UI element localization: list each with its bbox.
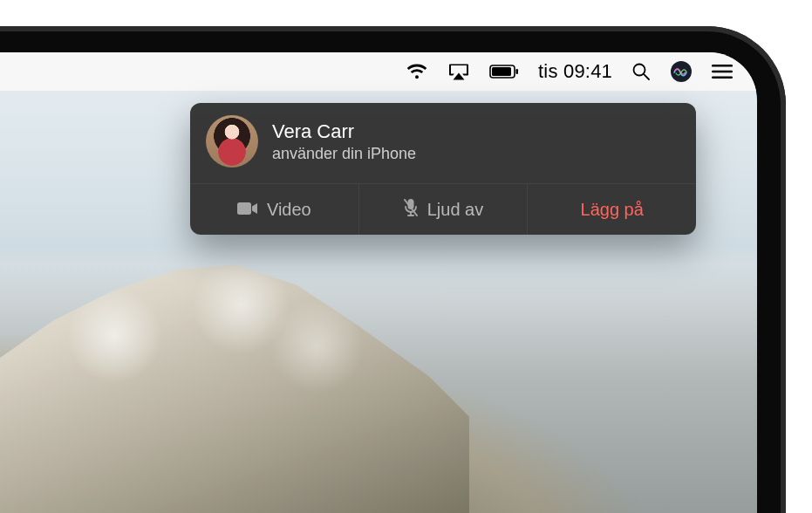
wallpaper-mountain (0, 260, 469, 513)
menu-bar-clock[interactable]: tis 09:41 (538, 52, 612, 91)
video-button[interactable]: Video (190, 184, 359, 235)
svg-rect-8 (712, 76, 733, 79)
video-button-label: Video (267, 200, 311, 220)
notification-actions: Video Ljud av Lägg på (190, 183, 696, 235)
call-notification: Vera Carr använder din iPhone Video Ljud… (190, 103, 696, 235)
spotlight-icon[interactable] (631, 52, 651, 91)
video-camera-icon (237, 200, 258, 220)
svg-rect-7 (712, 71, 733, 73)
wifi-icon[interactable] (406, 52, 428, 91)
siri-icon[interactable] (670, 52, 693, 91)
svg-line-4 (644, 74, 649, 79)
hangup-button[interactable]: Lägg på (528, 184, 696, 235)
caller-name: Vera Carr (272, 120, 416, 143)
battery-icon[interactable] (489, 52, 519, 91)
svg-rect-2 (516, 69, 519, 74)
svg-rect-9 (237, 202, 251, 215)
screen: tis 09:41 Vera Carr använder din iPhone … (0, 52, 757, 513)
svg-point-3 (634, 65, 645, 76)
call-subtitle: använder din iPhone (272, 145, 416, 163)
microphone-muted-icon (403, 198, 419, 222)
airplay-icon[interactable] (447, 52, 470, 91)
svg-rect-1 (492, 67, 511, 76)
hangup-button-label: Lägg på (581, 200, 644, 220)
notification-header: Vera Carr använder din iPhone (190, 103, 696, 183)
mute-button-label: Ljud av (427, 200, 484, 220)
svg-rect-6 (712, 65, 733, 67)
notification-text: Vera Carr använder din iPhone (272, 120, 416, 163)
menu-bar: tis 09:41 (0, 52, 757, 91)
notification-center-icon[interactable] (712, 52, 733, 91)
mute-button[interactable]: Ljud av (359, 184, 529, 235)
caller-avatar (206, 115, 258, 168)
